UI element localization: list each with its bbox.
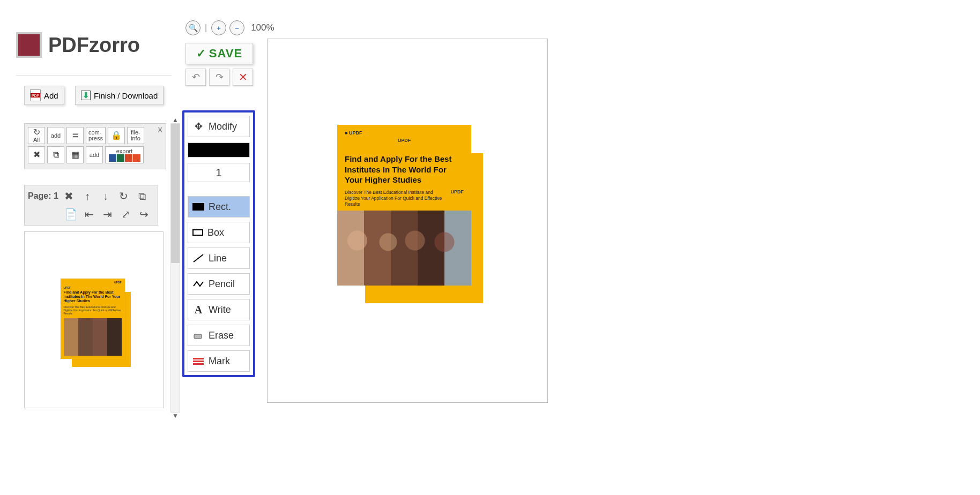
thumb-title: Find and Apply For the Best Institutes I… xyxy=(64,290,122,304)
extract-icon[interactable]: 📄 xyxy=(63,207,78,222)
zoom-fit-button[interactable] xyxy=(185,20,201,35)
app-logo: PDFzorro xyxy=(16,32,140,58)
scroll-down-icon[interactable]: ▼ xyxy=(172,412,179,419)
redo-arrow-icon[interactable]: ↪ xyxy=(136,207,151,222)
check-icon: ✓ xyxy=(196,47,206,61)
page-nav-toolbar: Page: 1 ✖ ↑ ↓ ↻ ⧉ 📄 ⇤ ⇥ ⤢ ↪ xyxy=(24,185,158,226)
x-icon: ✖ xyxy=(33,151,40,159)
word-icon xyxy=(109,154,116,162)
form-icon: ≣ xyxy=(72,131,79,140)
box-outline-icon xyxy=(192,229,203,236)
divider xyxy=(16,75,172,76)
modify-tool[interactable]: ✥ Modify xyxy=(188,116,250,137)
box-tool[interactable]: Box xyxy=(188,222,250,243)
rotate-icon: ↻ xyxy=(33,128,40,137)
download-icon: ⬇ xyxy=(81,91,91,100)
zoom-controls: | 100% xyxy=(185,20,274,35)
color-picker[interactable] xyxy=(188,142,250,158)
annotation-tool-palette: ✥ Modify 1 Rect. Box Line Pencil A Write… xyxy=(182,110,255,377)
thumb-image xyxy=(64,318,122,356)
svg-rect-4 xyxy=(193,363,204,365)
document-actions-toolbar: X ↻All add ≣ com- press 🔒 file- info ✖ ⧉… xyxy=(24,123,166,169)
line-width-input[interactable]: 1 xyxy=(188,163,250,182)
logo-square-icon xyxy=(16,32,42,58)
doc-title: Find and Apply For the Best Institutes I… xyxy=(345,154,464,185)
rect-filled-icon xyxy=(192,203,204,211)
finish-download-button[interactable]: ⬇ Finish / Download xyxy=(75,86,164,105)
rect-tool[interactable]: Rect. xyxy=(188,196,250,218)
fit-icon[interactable]: ⤢ xyxy=(118,207,133,222)
svg-rect-1 xyxy=(194,334,202,339)
insert-right-icon[interactable]: ⇥ xyxy=(100,207,115,222)
move-up-icon[interactable]: ↑ xyxy=(80,189,95,204)
thumb-content: UPDF UPDF Find and Apply For the Best In… xyxy=(61,279,125,359)
save-label: SAVE xyxy=(209,47,242,61)
doc-brand-side: UPDF xyxy=(451,189,464,194)
copy-icon: ⧉ xyxy=(53,151,59,159)
eraser-icon xyxy=(192,330,204,341)
highlight-icon xyxy=(192,356,204,366)
scroll-up-icon[interactable]: ▲ xyxy=(172,116,179,124)
undo-button[interactable]: ↶ xyxy=(185,69,206,86)
doc-brand-topleft: ■ UPDF xyxy=(345,130,362,136)
thumb-brand: UPDF xyxy=(64,286,71,289)
insert-left-icon[interactable]: ⇤ xyxy=(81,207,96,222)
write-tool[interactable]: A Write xyxy=(188,299,250,320)
people-illustration xyxy=(337,211,471,286)
export-button[interactable]: export xyxy=(105,146,144,163)
doc-brand-topcenter: UPDF xyxy=(398,138,411,143)
file-info-button[interactable]: file- info xyxy=(127,127,144,144)
svg-rect-2 xyxy=(193,358,204,359)
pencil-tool[interactable]: Pencil xyxy=(188,273,250,295)
zoom-level: 100% xyxy=(251,22,274,33)
sidebar-scrollbar[interactable]: ▲ ▼ xyxy=(170,123,180,412)
doc-hero-image xyxy=(337,211,471,286)
line-tool[interactable]: Line xyxy=(188,248,250,269)
add-page-button[interactable]: add xyxy=(86,146,103,163)
delete-page-button[interactable]: ✖ xyxy=(28,146,45,163)
delete-page-icon[interactable]: ✖ xyxy=(62,189,77,204)
form-button[interactable]: ≣ xyxy=(66,127,84,144)
pencil-icon xyxy=(192,279,204,289)
app-name: PDFzorro xyxy=(48,34,140,57)
lock-icon: 🔒 xyxy=(111,131,122,140)
pdf-file-icon: PDF xyxy=(30,89,41,101)
redo-button[interactable]: ↷ xyxy=(209,69,229,86)
thumb-subtitle: Discover The Best Educational Institute … xyxy=(64,305,122,315)
svg-line-0 xyxy=(194,254,203,262)
zoom-separator: | xyxy=(204,23,208,33)
erase-tool[interactable]: Erase xyxy=(188,325,250,346)
add-pdf-button[interactable]: PDF Add xyxy=(24,86,64,105)
grid-icon: ▦ xyxy=(71,151,79,159)
scroll-thumb[interactable] xyxy=(171,124,180,263)
svg-rect-3 xyxy=(193,361,204,362)
copy-page-icon[interactable]: ⧉ xyxy=(135,189,150,204)
lock-button[interactable]: 🔒 xyxy=(108,127,125,144)
thumb-brand-top: UPDF xyxy=(114,281,122,284)
rotate-90-icon[interactable]: ↻ xyxy=(116,189,131,204)
duplicate-button[interactable]: ⧉ xyxy=(47,146,64,163)
save-button[interactable]: ✓ SAVE xyxy=(185,43,253,64)
move-down-icon[interactable]: ↓ xyxy=(98,189,113,204)
mark-tool[interactable]: Mark xyxy=(188,350,250,372)
page-thumbnail[interactable]: UPDF UPDF Find and Apply For the Best In… xyxy=(24,231,164,408)
zoom-in-button[interactable] xyxy=(211,20,226,35)
preview-content: ■ UPDF UPDF Find and Apply For the Best … xyxy=(337,125,471,286)
rotate-all-button[interactable]: ↻All xyxy=(28,127,45,144)
close-toolbar-icon[interactable]: X xyxy=(158,126,162,134)
ppt-icon xyxy=(125,154,132,162)
add-label: Add xyxy=(44,91,58,100)
document-preview: ■ UPDF UPDF Find and Apply For the Best … xyxy=(337,125,477,294)
compress-button[interactable]: com- press xyxy=(86,127,106,144)
add-text-button[interactable]: add xyxy=(47,127,64,144)
text-icon: A xyxy=(192,304,204,315)
html-icon xyxy=(133,154,140,162)
discard-button[interactable]: ✕ xyxy=(233,69,253,86)
pdf-canvas[interactable]: ■ UPDF UPDF Find and Apply For the Best … xyxy=(267,39,548,403)
grid-button[interactable]: ▦ xyxy=(66,146,84,163)
line-icon xyxy=(192,253,204,264)
zoom-out-button[interactable] xyxy=(229,20,244,35)
excel-icon xyxy=(117,154,124,162)
finish-label: Finish / Download xyxy=(94,91,158,100)
palette-separator xyxy=(188,186,250,192)
